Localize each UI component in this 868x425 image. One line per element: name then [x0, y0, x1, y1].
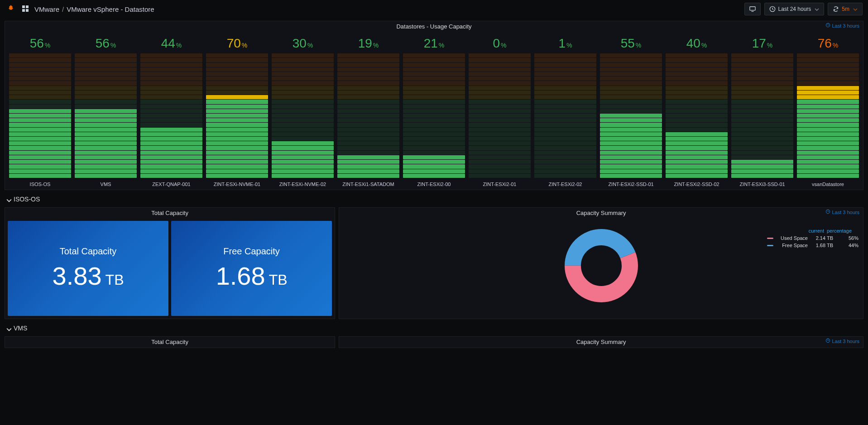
- svg-rect-1: [26, 5, 29, 8]
- clock-icon: [825, 23, 830, 29]
- gauge-label: ZINT-ESXi2-01: [483, 178, 517, 187]
- gauge-value: 56%: [30, 32, 51, 53]
- svg-rect-0: [22, 5, 25, 8]
- gauge-bars: [205, 53, 269, 178]
- gauge-bars: [270, 53, 335, 178]
- monitor-icon: [749, 6, 756, 12]
- gauge-zint-esxi2-02: 1%ZINT-ESXi2-02: [533, 32, 598, 187]
- time-range-picker[interactable]: Last 24 hours: [764, 3, 825, 15]
- stat-unit: TB: [269, 272, 288, 288]
- chevron-down-icon: [815, 6, 819, 12]
- gauge-bars: [73, 53, 138, 178]
- row-header-isos-os[interactable]: ISOS-OS: [5, 190, 863, 205]
- gauge-bars: [139, 53, 204, 178]
- gauge-label: ZINT-ESXi2-SSD-01: [608, 178, 653, 187]
- stat-label: Total Capacity: [60, 246, 117, 257]
- refresh-button[interactable]: 5m: [828, 3, 863, 15]
- legend-swatch: [767, 238, 773, 239]
- gauge-label: ZINT-ESXi1-SATADOM: [342, 178, 394, 187]
- gauge-bars: [336, 53, 401, 178]
- stat-free-capacity: Free Capacity 1.68TB: [171, 221, 332, 316]
- svg-rect-2: [22, 9, 25, 12]
- time-range-label: Last 24 hours: [778, 6, 811, 12]
- top-bar: VMware / VMware vSphere - Datastore Last…: [0, 0, 868, 18]
- panel-time-range[interactable]: Last 3 hours: [825, 209, 859, 215]
- gauge-zext-qnap-001: 44%ZEXT-QNAP-001: [139, 32, 204, 187]
- panel-capacity-summary: Capacity Summary Last 3 hours: [339, 336, 863, 348]
- gauge-value: 44%: [161, 32, 182, 53]
- grafana-logo[interactable]: [5, 4, 16, 14]
- gauge-label: ZEXT-QNAP-001: [152, 178, 190, 187]
- stat-label: Free Capacity: [223, 246, 280, 257]
- panel-title: Capacity Summary: [339, 208, 863, 218]
- gauge-bars: [467, 53, 532, 178]
- gauge-bars: [664, 53, 729, 178]
- legend-item-used[interactable]: Used Space 2.14 TB 56%: [767, 234, 858, 242]
- clock-icon: [825, 209, 830, 215]
- legend-swatch: [767, 245, 773, 246]
- dashboard-grid-icon[interactable]: [22, 5, 29, 14]
- panel-total-capacity: Total Capacity: [5, 336, 335, 348]
- gauge-bars: [8, 53, 72, 178]
- gauge-zint-esxi2-ssd-02: 40%ZINT-ESXi2-SSD-02: [664, 32, 729, 187]
- gauge-value: 21%: [424, 32, 445, 53]
- gauge-vms: 56%VMS: [73, 32, 138, 187]
- gauge-label: ZINT-ESXi3-SSD-01: [739, 178, 785, 187]
- breadcrumb-dashboard[interactable]: VMware vSphere - Datastore: [67, 5, 154, 13]
- row-title: ISOS-OS: [14, 196, 40, 203]
- gauge-value: 56%: [96, 32, 116, 53]
- gauge-bars: [730, 53, 795, 178]
- gauge-zint-esxi2-01: 0%ZINT-ESXi2-01: [467, 32, 532, 187]
- row-title: VMS: [14, 325, 27, 332]
- gauge-label: ZINT-ESXi2-00: [417, 178, 451, 187]
- gauge-value: 30%: [293, 32, 313, 53]
- gauge-bars: [796, 53, 860, 178]
- gauge-label: ZINT-ESXi2-02: [549, 178, 582, 187]
- panel-total-capacity: Total Capacity Total Capacity 3.83TB Fre…: [5, 207, 335, 319]
- gauge-label: ZINT-ESXi-NVME-01: [214, 178, 260, 187]
- panel-title: Datastores - Usage Capacity: [5, 21, 863, 32]
- refresh-interval: 5m: [842, 6, 849, 12]
- gauge-bars: [599, 53, 663, 178]
- gauge-isos-os: 56%ISOS-OS: [8, 32, 72, 187]
- gauge-label: vsanDatastore: [812, 178, 844, 187]
- row-header-vms[interactable]: VMS: [5, 319, 863, 334]
- chevron-down-icon: [853, 6, 858, 12]
- clock-icon: [769, 6, 776, 12]
- donut-chart: [561, 225, 642, 306]
- gauge-zint-esxi2-ssd-01: 55%ZINT-ESXi2-SSD-01: [599, 32, 663, 187]
- stat-value: 1.68: [216, 261, 265, 291]
- panel-time-range[interactable]: Last 3 hours: [825, 338, 859, 344]
- breadcrumb-folder[interactable]: VMware: [34, 5, 59, 13]
- display-mode-button[interactable]: [744, 3, 761, 15]
- svg-rect-4: [749, 7, 755, 10]
- gauge-value: 70%: [227, 32, 248, 53]
- gauge-label: ISOS-OS: [30, 178, 51, 187]
- gauge-value: 19%: [358, 32, 379, 53]
- gauge-label: ZINT-ESXi-NVME-02: [279, 178, 326, 187]
- chevron-down-icon: [6, 196, 12, 202]
- panel-title: Total Capacity: [5, 337, 335, 347]
- breadcrumb[interactable]: VMware / VMware vSphere - Datastore: [34, 5, 154, 13]
- gauge-value: 55%: [621, 32, 642, 53]
- gauge-zint-esxi3-ssd-01: 17%ZINT-ESXi3-SSD-01: [730, 32, 795, 187]
- gauge-bars: [402, 53, 466, 178]
- gauge-value: 0%: [493, 32, 506, 53]
- gauge-value: 17%: [752, 32, 773, 53]
- gauge-label: ZINT-ESXi2-SSD-02: [674, 178, 719, 187]
- stat-unit: TB: [106, 272, 124, 288]
- stat-total-capacity: Total Capacity 3.83TB: [8, 221, 168, 316]
- gauge-value: 76%: [818, 32, 839, 53]
- gauge-value: 40%: [686, 32, 707, 53]
- panel-time-range[interactable]: Last 3 hours: [825, 23, 859, 29]
- stat-value: 3.83: [53, 261, 102, 291]
- gauge-zint-esxi1-satadom: 19%ZINT-ESXi1-SATADOM: [336, 32, 401, 187]
- panel-usage-capacity: Datastores - Usage Capacity Last 3 hours…: [5, 21, 863, 190]
- panel-capacity-summary: Capacity Summary Last 3 hours current pe…: [339, 207, 863, 319]
- gauge-zint-esxi-nvme-01: 70%ZINT-ESXi-NVME-01: [205, 32, 269, 187]
- refresh-icon: [833, 6, 839, 12]
- gauge-value: 1%: [558, 32, 572, 53]
- chart-legend: current percentage Used Space 2.14 TB 56…: [767, 227, 858, 249]
- legend-item-free[interactable]: Free Space 1.68 TB 44%: [767, 242, 858, 249]
- gauge-label: VMS: [101, 178, 111, 187]
